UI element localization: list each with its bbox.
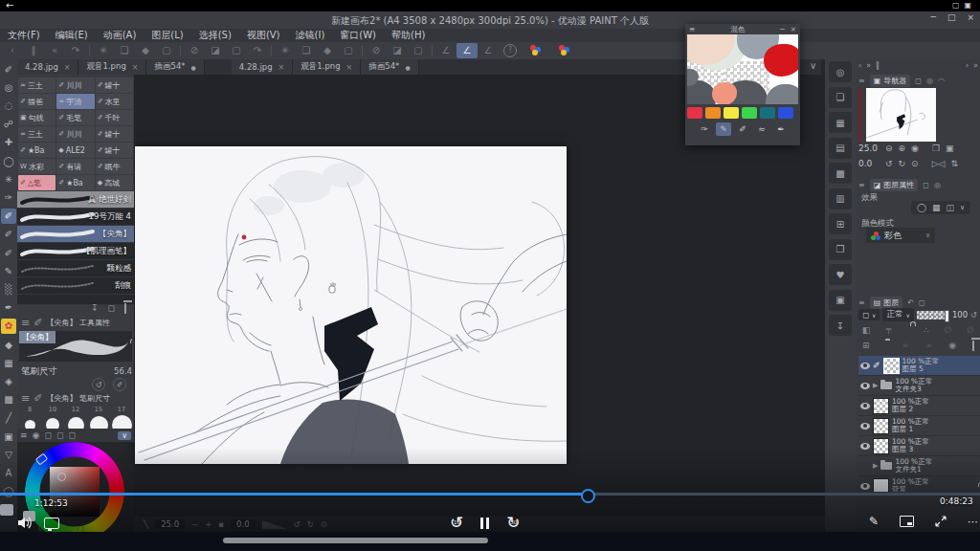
new-layer-icon[interactable]: ⊞ (862, 341, 870, 350)
panel-pin-icon[interactable]: ‖ (876, 61, 880, 70)
fude-tool-icon[interactable]: ✒ (1, 300, 16, 316)
rotate-ccw-icon[interactable]: ↺ (294, 519, 301, 529)
gradient-tool-icon[interactable]: ▩ (1, 392, 16, 408)
nav-rotate-value[interactable]: 0.0 (858, 159, 880, 168)
move-tool-icon[interactable]: ✚ (1, 135, 16, 150)
crop-2-icon[interactable]: ▢ (338, 43, 359, 58)
horizontal-scrollbar[interactable] (223, 538, 488, 543)
brush-tool-icon[interactable]: ✐ (1, 209, 16, 224)
color-mix-icon[interactable] (557, 45, 572, 56)
line-tool-icon[interactable]: ╱ (1, 410, 16, 426)
balloon-tool-icon[interactable]: ◯ (1, 484, 16, 499)
material-folder-4[interactable]: ▩ (829, 163, 852, 184)
copy-icon[interactable]: ❏ (114, 43, 135, 58)
subtool-16[interactable]: ✐有请 (56, 159, 94, 174)
tab-info-icon[interactable]: ◎ (926, 77, 933, 85)
flip-horizontal-icon[interactable]: ▷◁ (932, 159, 946, 168)
flip-vertical-icon[interactable]: ⇅ (950, 159, 958, 168)
tab-history-icon[interactable]: ↶ (907, 298, 914, 307)
visibility-eye-icon[interactable] (860, 423, 870, 430)
tab-other-icon[interactable]: ◻ (923, 181, 929, 189)
subtool-0[interactable]: ≈三土 (18, 77, 56, 93)
layer-row-2[interactable]: 100 %正常图层 2 (858, 396, 980, 416)
pen-tool-icon[interactable]: ✐ (1, 61, 16, 77)
zoom-value[interactable]: 25.0 (155, 519, 185, 529)
frame-tool-icon[interactable]: ▣ (1, 429, 16, 444)
opacity-reset-icon[interactable]: ↺ (970, 311, 977, 320)
tab-close-icon[interactable]: × (346, 63, 353, 72)
copy-2-icon[interactable]: ❏ (296, 43, 317, 58)
view-option-icon[interactable]: ◻ (68, 430, 75, 440)
visibility-eye-icon[interactable] (860, 383, 870, 389)
nav-zoom-value[interactable]: 25.0 (858, 143, 880, 153)
pattern-tool-icon[interactable]: ▦ (1, 355, 16, 370)
crop-icon[interactable]: ▢ (156, 43, 177, 58)
skip-forward-30-button[interactable]: ↻30 (506, 515, 520, 531)
eraser-tool-icon[interactable]: ◆ (1, 337, 16, 352)
document-tab[interactable]: 4.28.jpg× (232, 59, 293, 75)
sv-cursor[interactable] (57, 473, 66, 481)
material-folder-1[interactable]: ❏ (829, 87, 852, 108)
material-folder-9[interactable]: ▣ (829, 290, 852, 311)
opacity-slider[interactable] (917, 311, 949, 320)
player-chip[interactable] (0, 504, 13, 516)
nav-collapse-icon[interactable]: « (44, 43, 65, 58)
view-option-icon[interactable]: ◻ (44, 430, 51, 440)
lasso-tool-icon[interactable]: ◯ (1, 153, 16, 168)
ruler-tool-icon[interactable]: ▽ (1, 447, 16, 462)
layer-color-icon[interactable]: ◫ (947, 203, 955, 212)
rotate-cw-icon[interactable]: ↻ (899, 159, 906, 168)
brush-item-1[interactable]: 19号万能 4 (17, 209, 134, 226)
visibility-eye-icon[interactable] (860, 483, 870, 490)
volume-icon[interactable] (17, 517, 33, 529)
player-top-right-icons[interactable]: ▢▣ (952, 1, 976, 10)
rotate-reset-icon[interactable]: ⊙ (911, 159, 919, 168)
pen-3-tool-icon[interactable]: ✐ (1, 245, 16, 260)
mixer-swatch-0[interactable] (687, 107, 702, 119)
text-tool-icon[interactable]: A (1, 465, 16, 480)
hamburger-icon[interactable]: ≡ (20, 430, 28, 440)
marquee-tool-icon[interactable]: ◌ (1, 98, 16, 113)
chevron-down-icon[interactable]: ∨ (960, 204, 965, 211)
nav-back-icon[interactable]: ‹ (2, 43, 23, 58)
subtool-15[interactable]: W水彩 (18, 159, 56, 174)
draft-layer-icon[interactable]: ∅ (945, 325, 952, 338)
tab-subview-icon[interactable]: ◻ (915, 77, 922, 85)
panel-prev-icon[interactable]: ‹ (858, 61, 861, 70)
subtool-20[interactable]: ◆高城 (96, 175, 133, 190)
document-tab[interactable]: 观音1.png× (78, 59, 146, 75)
document-tab[interactable]: 观音1.png× (293, 59, 361, 75)
layer-row-5[interactable]: ▶100 %正常文件夹1 (858, 456, 980, 476)
antialias-2-icon[interactable]: ✳ (275, 43, 296, 58)
help-icon[interactable]: ? (503, 44, 517, 57)
skip-back-10-button[interactable]: ↺10 (450, 515, 463, 531)
pencil-tool-icon[interactable]: ✎ (1, 263, 16, 278)
hamburger-icon[interactable]: ≡ (858, 77, 865, 85)
rotate-ccw-icon[interactable]: ↺ (885, 159, 893, 168)
menu-item-1[interactable]: 编辑(E) (56, 29, 88, 42)
layer-row-4[interactable]: 100 %正常图层 3 (858, 436, 980, 456)
line-correct-3-icon[interactable]: ∠ (478, 43, 499, 58)
brush-item-0[interactable]: 真·绝世好剑 (17, 191, 134, 209)
tab-layer-property[interactable]: ◪ 图层属性 (870, 179, 919, 191)
subtool-17[interactable]: ✐眠牛 (96, 159, 133, 174)
material-folder-10[interactable]: ↧ (829, 315, 852, 336)
rotation-value[interactable]: 0.0 (231, 519, 256, 529)
selection-frame-2-icon[interactable]: ▢ (408, 43, 429, 58)
hamburger-icon[interactable]: ≡ (21, 393, 30, 404)
visibility-eye-off[interactable] (860, 463, 870, 470)
visibility-eye-icon[interactable] (860, 363, 870, 369)
thumbnail-size-dropdown[interactable]: ◻∨ (858, 309, 880, 320)
fill-2-icon[interactable]: ◆ (317, 43, 338, 58)
clip-to-layer-icon[interactable]: ◧ (862, 325, 871, 338)
material-folder-7[interactable]: ❐ (829, 239, 852, 260)
view-option-icon[interactable]: ◻ (56, 430, 63, 440)
delete-layer-icon[interactable] (972, 341, 974, 350)
close-button[interactable]: × (967, 12, 974, 22)
visibility-eye-icon[interactable] (860, 443, 870, 450)
tab-other-icon[interactable]: ◻ (919, 298, 925, 307)
pause-button[interactable] (479, 516, 491, 531)
border-effect-icon[interactable]: ◯ (917, 203, 926, 212)
shrink-icon[interactable] (935, 516, 947, 527)
subtool-2[interactable]: ✐罐十 (96, 77, 133, 93)
